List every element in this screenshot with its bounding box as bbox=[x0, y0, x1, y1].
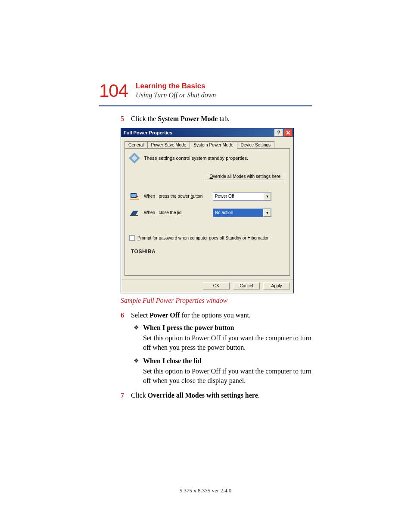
figure-caption: Sample Full Power Properties window bbox=[121, 297, 312, 305]
bullet-icon: ❖ bbox=[134, 357, 143, 365]
override-button[interactable]: Override all Modes with settings here bbox=[205, 173, 285, 180]
password-checkbox[interactable] bbox=[129, 235, 135, 241]
svg-rect-3 bbox=[131, 194, 136, 197]
step-text-post: for the options you want. bbox=[180, 311, 250, 319]
bullet-2: ❖ When I close the lid bbox=[134, 357, 312, 365]
ok-button[interactable]: OK bbox=[203, 282, 230, 289]
power-button-value: Power Off bbox=[215, 194, 234, 199]
step-text-post: tab. bbox=[218, 115, 230, 122]
power-button-select[interactable]: Power Off ▾ bbox=[213, 192, 271, 201]
step-bold: Power Off bbox=[149, 311, 180, 319]
tab-power-save-mode[interactable]: Power Save Mode bbox=[147, 141, 190, 148]
tab-general[interactable]: General bbox=[125, 141, 148, 148]
step-number: 5 bbox=[121, 114, 131, 124]
bullet-label: When I press the power button bbox=[143, 324, 234, 332]
step-bold: System Power Mode bbox=[158, 115, 218, 122]
dialog-title: Full Power Properties bbox=[124, 130, 172, 135]
full-power-properties-dialog: Full Power Properties ? General Power Sa… bbox=[121, 128, 294, 293]
lid-value: No action bbox=[215, 210, 233, 215]
close-button[interactable] bbox=[284, 129, 293, 137]
page-footer: 5.375 x 8.375 ver 2.4.0 bbox=[0, 487, 411, 494]
step-bold: Override all Modes with settings here bbox=[148, 392, 258, 399]
power-button-icon bbox=[129, 191, 140, 202]
chapter-title: Learning the Basics bbox=[136, 82, 216, 90]
step-text-post: . bbox=[258, 392, 260, 399]
chevron-down-icon: ▾ bbox=[263, 193, 271, 200]
override-label-rest: verride all Modes with settings here bbox=[213, 174, 280, 179]
dialog-titlebar[interactable]: Full Power Properties ? bbox=[121, 128, 293, 137]
page-header: 104 Learning the Basics Using Turn Off o… bbox=[99, 82, 312, 100]
bullet-label: When I close the lid bbox=[143, 357, 201, 365]
tab-panel: These settings control system standby pr… bbox=[125, 148, 290, 276]
bullet-1-desc: Set this option to Power Off if you want… bbox=[143, 333, 312, 352]
help-button[interactable]: ? bbox=[274, 129, 283, 137]
bullet-1: ❖ When I press the power button bbox=[134, 324, 312, 332]
brand-logo: TOSHIBA bbox=[131, 249, 285, 255]
password-checkbox-label: Prompt for password when computer goes o… bbox=[137, 236, 270, 240]
step-5: 5 Click the System Power Mode tab. bbox=[121, 114, 312, 124]
svg-point-5 bbox=[137, 196, 138, 197]
tab-strip: General Power Save Mode System Power Mod… bbox=[125, 140, 290, 148]
svg-rect-6 bbox=[130, 215, 138, 216]
chevron-down-icon: ▾ bbox=[263, 209, 271, 217]
step-number: 6 bbox=[121, 311, 131, 320]
step-6: 6 Select Power Off for the options you w… bbox=[121, 311, 312, 320]
page-number: 104 bbox=[99, 82, 128, 100]
bullet-2-desc: Set this option to Power Off if you want… bbox=[143, 367, 312, 385]
option-lid-label: When I close the lid bbox=[144, 210, 209, 215]
cancel-button[interactable]: Cancel bbox=[233, 282, 260, 289]
panel-description: These settings control system standby pr… bbox=[144, 156, 248, 161]
tab-device-settings[interactable]: Device Settings bbox=[237, 141, 274, 148]
step-text: Click the bbox=[131, 115, 158, 122]
lid-icon bbox=[129, 208, 140, 218]
apply-button[interactable]: Apply bbox=[263, 282, 290, 289]
step-number: 7 bbox=[121, 391, 131, 400]
step-text: Select bbox=[131, 311, 149, 319]
bullet-icon: ❖ bbox=[134, 324, 143, 332]
header-divider bbox=[99, 105, 312, 106]
step-text: Click bbox=[131, 392, 148, 399]
tab-system-power-mode[interactable]: System Power Mode bbox=[190, 141, 237, 149]
close-icon bbox=[286, 131, 290, 135]
option-power-button-label: When I press the power button bbox=[144, 194, 209, 199]
lid-select[interactable]: No action ▾ bbox=[213, 208, 271, 217]
svg-rect-4 bbox=[130, 199, 139, 200]
step-7: 7 Click Override all Modes with settings… bbox=[121, 391, 312, 400]
section-title: Using Turn Off or Shut down bbox=[136, 91, 216, 99]
dialog-footer: OK Cancel Apply bbox=[121, 279, 293, 293]
standby-icon bbox=[129, 153, 140, 163]
